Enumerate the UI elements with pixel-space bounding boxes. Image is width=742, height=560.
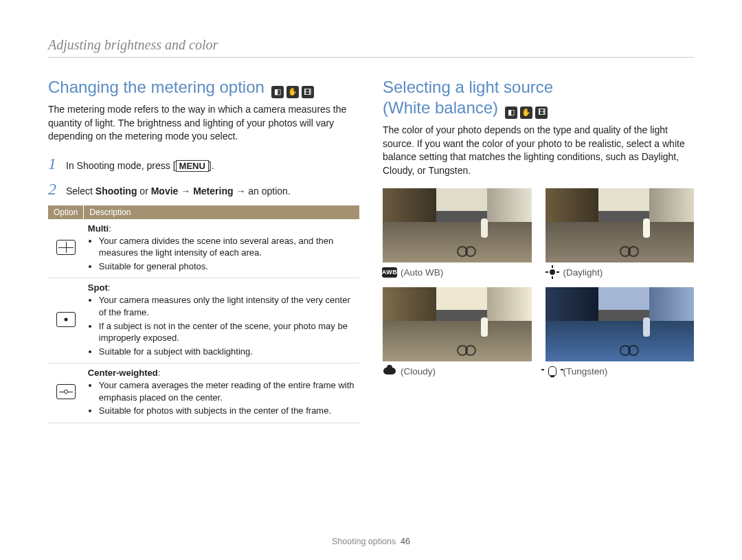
table-row: Spot: Your camera measures only the ligh… bbox=[48, 278, 359, 363]
title-line-1: Selecting a light source bbox=[383, 78, 553, 96]
table-row: Multi: Your camera divides the scene int… bbox=[48, 219, 359, 278]
wb-photo bbox=[383, 188, 532, 262]
option-bullet: Suitable for photos with subjects in the… bbox=[99, 405, 355, 417]
step-text-frag: → an option. bbox=[234, 186, 291, 197]
step-text-frag: → bbox=[178, 186, 193, 197]
step-bold: Metering bbox=[193, 186, 233, 197]
right-mode-icons: ◧ ✋ 🎞 bbox=[505, 107, 548, 119]
metering-spot-icon bbox=[56, 312, 76, 327]
white-balance-grid: AWB (Auto WB) (Daylight) bbox=[383, 188, 694, 377]
step-number: 2 bbox=[48, 180, 60, 199]
step-bold: Shooting bbox=[95, 186, 137, 197]
hand-icon: ✋ bbox=[286, 86, 299, 98]
option-bullet: Your camera averages the meter reading o… bbox=[99, 379, 355, 403]
metering-center-icon bbox=[56, 384, 76, 399]
left-column: Changing the metering option ◧ ✋ 🎞 The m… bbox=[48, 77, 359, 423]
step-2: 2 Select Shooting or Movie → Metering → … bbox=[48, 180, 359, 199]
step-text: In Shooting mode, press [MENU]. bbox=[66, 159, 359, 173]
wb-sample-cloudy: (Cloudy) bbox=[383, 287, 532, 377]
wb-photo bbox=[546, 287, 695, 361]
table-header: Option bbox=[48, 205, 84, 219]
metering-options-table: Option Description Multi: Your camera di… bbox=[48, 205, 359, 423]
right-column: Selecting a light source (White balance)… bbox=[383, 77, 694, 423]
left-mode-icons: ◧ ✋ 🎞 bbox=[271, 86, 314, 98]
footer-page-number: 46 bbox=[401, 537, 410, 546]
step-text-frag: ]. bbox=[209, 160, 214, 171]
hand-icon: ✋ bbox=[520, 107, 532, 119]
wb-sample-daylight: (Daylight) bbox=[546, 188, 695, 278]
option-bullet: Your camera measures only the light inte… bbox=[99, 294, 355, 318]
film-icon: 🎞 bbox=[535, 107, 548, 119]
title-line-2: (White balance) bbox=[383, 98, 498, 118]
right-intro: The color of your photo depends on the t… bbox=[383, 124, 694, 177]
option-name: Center-weighted bbox=[88, 368, 158, 378]
metering-multi-icon bbox=[56, 240, 76, 255]
camera-p-icon: ◧ bbox=[271, 86, 284, 98]
step-text-frag: Select bbox=[66, 186, 95, 197]
film-icon: 🎞 bbox=[302, 86, 314, 98]
wb-sample-auto: AWB (Auto WB) bbox=[383, 188, 532, 278]
step-text: Select Shooting or Movie → Metering → an… bbox=[66, 184, 359, 199]
wb-photo bbox=[383, 287, 532, 361]
chapter-title: Adjusting brightness and color bbox=[48, 37, 694, 53]
footer-section: Shooting options bbox=[332, 537, 396, 546]
page-footer: Shooting options 46 bbox=[48, 524, 694, 546]
left-intro: The metering mode refers to the way in w… bbox=[48, 103, 359, 144]
option-name: Spot bbox=[88, 282, 108, 293]
tungsten-icon bbox=[546, 366, 559, 377]
right-section-title: Selecting a light source (White balance)… bbox=[383, 77, 694, 118]
camera-p-icon: ◧ bbox=[505, 107, 517, 119]
option-bullet: Suitable for general photos. bbox=[99, 260, 355, 273]
wb-label-text: (Tungsten) bbox=[563, 366, 608, 377]
option-name: Multi bbox=[88, 223, 109, 234]
daylight-icon bbox=[546, 267, 559, 278]
wb-photo bbox=[546, 188, 695, 262]
step-text-frag: or bbox=[137, 186, 150, 197]
step-text-frag: In Shooting mode, press [ bbox=[66, 160, 176, 171]
left-section-title: Changing the metering option bbox=[48, 77, 265, 98]
menu-key: MENU bbox=[176, 160, 209, 172]
option-bullet: Suitable for a subject with backlighting… bbox=[99, 346, 355, 358]
wb-sample-tungsten: (Tungsten) bbox=[546, 287, 695, 377]
option-bullet: If a subject is not in the center of the… bbox=[99, 320, 355, 344]
wb-label-text: (Auto WB) bbox=[401, 267, 443, 278]
wb-label-text: (Cloudy) bbox=[401, 366, 436, 377]
step-number: 1 bbox=[48, 155, 60, 173]
step-1: 1 In Shooting mode, press [MENU]. bbox=[48, 155, 359, 173]
cloudy-icon bbox=[383, 366, 396, 377]
step-bold: Movie bbox=[151, 186, 179, 197]
auto-wb-icon: AWB bbox=[383, 267, 396, 278]
wb-label-text: (Daylight) bbox=[563, 267, 603, 278]
table-header: Description bbox=[84, 205, 359, 219]
divider bbox=[48, 57, 694, 58]
option-bullet: Your camera divides the scene into sever… bbox=[99, 235, 355, 259]
table-header-row: Option Description bbox=[48, 205, 359, 219]
table-row: Center-weighted: Your camera averages th… bbox=[48, 363, 359, 423]
